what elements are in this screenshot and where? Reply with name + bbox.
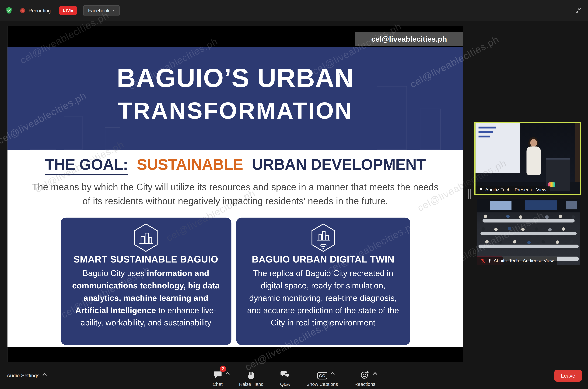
card-body: Baguio City uses information and communi… [70,267,222,329]
meeting-window: Recording LIVE Facebook ▾ cel@liveableci… [0,0,588,389]
stream-target-dropdown[interactable]: Facebook ▾ [83,5,119,16]
digital-twin-hexagon-icon [310,223,337,252]
goal-heading: THE GOAL: SUSTAINABLE URBAN DEVELOPMENT [7,150,463,173]
participant-name-label: Aboitiz Tech - Audience View [477,257,557,265]
raise-hand-icon [247,370,256,379]
chat-menu-caret[interactable] [225,372,230,376]
pin-icon [479,188,483,192]
goal-highlight: SUSTAINABLE [137,156,243,173]
slide-bottom-bar [7,347,463,362]
card-baguio-urban-digital-twin: BAGUIO URBAN DIGITAL TWIN The replica of… [236,218,410,345]
control-toolbar: Audio Settings 2 Chat Raise Hand [0,363,588,389]
email-watermark-badge: cel@liveablecities.ph [355,32,463,46]
goal-label: THE GOAL: [45,156,128,175]
goal-description: The means by which the City will utilize… [31,180,440,208]
slide-title-line2: TRANSFORMATION [7,97,463,124]
meeting-content: cel@liveablecities.ph BAGUIO’S URBAN TRA… [0,21,588,363]
leave-button[interactable]: Leave [554,370,582,382]
raise-hand-button[interactable]: Raise Hand [239,369,264,387]
skyline-outline [105,127,120,150]
captions-cc-icon: CC [317,372,328,379]
audience-video-feed [477,199,580,265]
show-captions-button[interactable]: CC Show Captions [306,369,338,387]
stream-target-label: Facebook [88,8,110,13]
chat-icon [213,370,222,379]
goal-rest: URBAN DEVELOPMENT [252,156,426,173]
exit-fullscreen-icon[interactable] [575,7,582,14]
qa-bubbles-icon [280,370,290,379]
reactions-smiley-icon [360,370,370,379]
shared-screen-slide: cel@liveablecities.ph BAGUIO’S URBAN TRA… [7,26,463,362]
slide-top-bar: cel@liveablecities.ph [7,26,463,47]
recording-indicator-icon [20,8,25,13]
chevron-down-icon: ▾ [113,9,115,12]
presenter-video-feed [476,123,580,194]
slide-cards: SMART SUSTAINABLE BAGUIO Baguio City use… [7,218,463,345]
chevron-up-icon [42,373,47,378]
pin-icon [487,259,491,263]
chat-unread-badge: 2 [220,365,226,372]
card-body: The replica of Baguio City recreated in … [245,267,401,329]
card-smart-sustainable-baguio: SMART SUSTAINABLE BAGUIO Baguio City use… [61,218,231,345]
live-badge: LIVE [59,6,77,15]
center-controls: 2 Chat Raise Hand Q&A [213,369,375,387]
captions-menu-caret[interactable] [331,372,335,376]
smart-city-hexagon-icon [132,223,159,252]
video-thumbnail-audience[interactable]: Aboitiz Tech - Audience View [477,199,580,265]
top-bar: Recording LIVE Facebook ▾ [0,0,588,21]
card-title: BAGUIO URBAN DIGITAL TWIN [245,254,401,265]
muted-mic-icon [480,258,485,263]
participant-name-label: Aboitiz Tech - Presenter View [476,186,550,194]
recording-label: Recording [29,8,51,13]
reactions-menu-caret[interactable] [373,372,377,376]
panel-resize-handle[interactable] [468,189,471,199]
video-thumbnail-presenter[interactable]: Aboitiz Tech - Presenter View [475,122,581,195]
card-title: SMART SUSTAINABLE BAGUIO [70,254,222,265]
qa-button[interactable]: Q&A [280,369,290,387]
projection-screen [476,123,520,173]
security-shield-icon[interactable] [5,6,13,15]
slide-title-line1: BAGUIO’S URBAN [7,63,463,93]
reactions-button[interactable]: Reactions [354,369,375,387]
chat-button[interactable]: 2 Chat [213,369,222,387]
participant-videos: Aboitiz Tech - Presenter View [475,122,583,265]
slide-body: THE GOAL: SUSTAINABLE URBAN DEVELOPMENT … [7,150,463,347]
audio-settings-button[interactable]: Audio Settings [7,372,46,378]
slide-title-band: BAGUIO’S URBAN TRANSFORMATION [7,47,463,150]
